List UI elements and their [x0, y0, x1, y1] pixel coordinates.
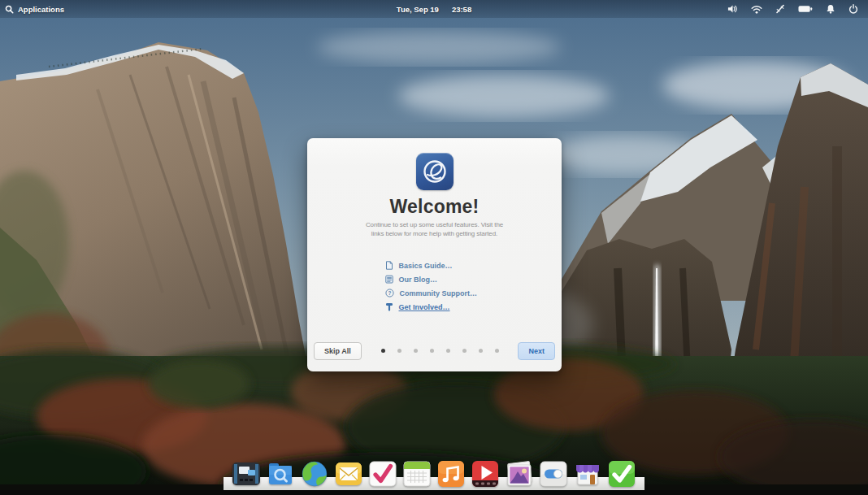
appcenter-icon[interactable] — [573, 459, 602, 488]
page-dot-6[interactable] — [479, 349, 483, 353]
welcome-dialog: Welcome! Continue to set up some useful … — [307, 138, 562, 371]
welcome-action-bar: Skip All Next — [307, 337, 562, 371]
document-icon — [385, 261, 393, 270]
wifi-icon[interactable] — [751, 5, 762, 14]
svg-text:?: ? — [388, 290, 391, 296]
page-dot-1[interactable] — [397, 349, 401, 353]
panel-time: 23:58 — [452, 5, 471, 14]
welcome-title: Welcome! — [307, 196, 562, 218]
link-basics-guide[interactable]: Basics Guide… — [385, 261, 484, 270]
panel-date: Tue, Sep 19 — [397, 5, 439, 14]
skip-all-button[interactable]: Skip All — [314, 342, 362, 360]
welcome-links: Basics Guide… Our Blog… — [385, 261, 484, 311]
page-dot-4[interactable] — [446, 349, 450, 353]
link-our-blog[interactable]: Our Blog… — [385, 275, 484, 284]
power-icon[interactable] — [848, 4, 858, 14]
battery-icon[interactable] — [798, 5, 813, 13]
top-panel: Applications Tue, Sep 19 23:58 — [0, 0, 868, 18]
mail-icon[interactable] — [334, 459, 363, 488]
welcome-dialog-body: Welcome! Continue to set up some useful … — [307, 138, 562, 337]
installer-icon[interactable] — [607, 459, 636, 488]
applications-label: Applications — [18, 5, 64, 14]
search-icon — [5, 5, 14, 14]
tasks-icon[interactable] — [368, 459, 397, 488]
files-icon[interactable] — [266, 459, 295, 488]
blog-icon — [385, 275, 393, 284]
page-dot-3[interactable] — [430, 349, 434, 353]
link-community-support[interactable]: ? Community Support… — [385, 289, 484, 297]
tools-icon — [385, 302, 393, 311]
page-dot-5[interactable] — [462, 349, 467, 353]
next-button[interactable]: Next — [518, 342, 555, 360]
music-icon[interactable] — [436, 459, 466, 488]
datetime-indicator[interactable]: Tue, Sep 19 23:58 — [397, 5, 471, 14]
status-indicators — [727, 4, 868, 14]
videos-icon[interactable] — [471, 459, 500, 488]
photos-icon[interactable] — [505, 459, 534, 488]
page-dot-0[interactable] — [381, 349, 385, 353]
dock-icons — [225, 459, 643, 490]
applications-menu-button[interactable]: Applications — [0, 5, 64, 14]
screen-bottom-letterbox — [0, 490, 868, 495]
page-dot-7[interactable] — [495, 349, 499, 353]
link-get-involved[interactable]: Get Involved… — [385, 302, 484, 311]
notifications-icon[interactable] — [826, 4, 835, 14]
page-dots — [362, 349, 519, 353]
desktop: Applications Tue, Sep 19 23:58 — [0, 0, 868, 495]
system-settings-icon[interactable] — [539, 459, 568, 488]
bluetooth-off-icon[interactable] — [775, 4, 785, 14]
multitasking-view-icon[interactable] — [232, 459, 261, 488]
elementary-logo — [416, 153, 454, 190]
help-circle-icon: ? — [385, 289, 394, 297]
page-dot-2[interactable] — [414, 349, 418, 353]
welcome-subtitle: Continue to set up some useful features.… — [307, 221, 562, 238]
web-browser-icon[interactable] — [300, 459, 329, 488]
calendar-icon[interactable] — [402, 459, 432, 488]
volume-icon[interactable] — [727, 4, 738, 14]
dock — [225, 459, 643, 490]
